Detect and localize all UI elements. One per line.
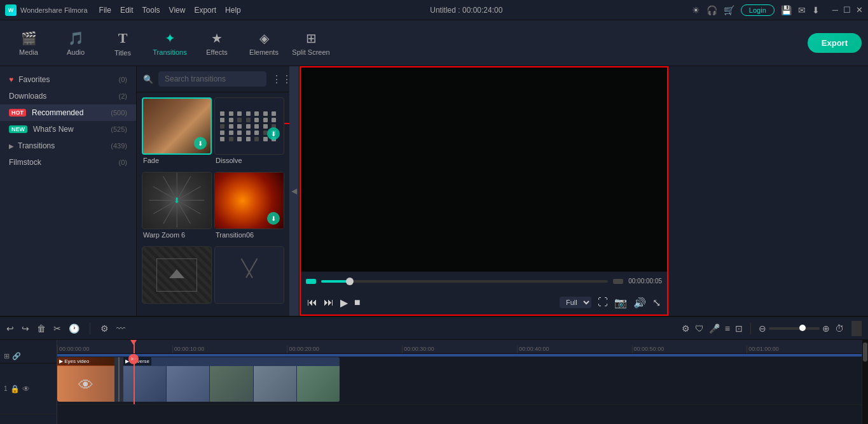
transition-blank1[interactable] xyxy=(142,246,212,311)
menu-file[interactable]: File xyxy=(99,6,111,15)
volume-icon[interactable]: 🔊 xyxy=(633,297,646,309)
tool-media[interactable]: 🎬 Media xyxy=(6,23,51,64)
clip-eyes-video: ▶ Eyes video 👁 xyxy=(57,357,114,402)
redo-button[interactable]: ↪ xyxy=(22,323,29,334)
close-button[interactable]: ✕ xyxy=(856,5,863,15)
in-point-marker[interactable] xyxy=(306,279,316,284)
fullscreen-icon[interactable]: ⛶ xyxy=(598,297,608,308)
sidebar-item-downloads[interactable]: Downloads (2) xyxy=(0,88,136,104)
zoom-out-button[interactable]: ⊖ xyxy=(759,323,766,334)
sidebar-whatsnew-label: What's New xyxy=(33,125,74,134)
zoom-slider[interactable] xyxy=(769,327,820,330)
go-start-button[interactable]: ⏮ xyxy=(307,297,317,308)
transition-dissolve[interactable]: ⬇ Dissolve xyxy=(214,97,284,169)
playhead[interactable]: ✂ xyxy=(134,340,135,353)
search-input[interactable] xyxy=(158,71,266,87)
minimize-button[interactable]: ─ xyxy=(832,5,838,15)
sidebar-downloads-label: Downloads xyxy=(9,92,46,101)
sun-icon[interactable]: ☀ xyxy=(692,5,700,15)
add-track-icon[interactable]: ⊞ xyxy=(4,352,10,360)
link-icon[interactable]: 🔗 xyxy=(12,352,21,360)
play-button[interactable]: ▶ xyxy=(340,297,348,309)
mail-icon[interactable]: ✉ xyxy=(798,5,806,15)
sticker-button[interactable]: ⊡ xyxy=(735,323,743,334)
timeline-toolbar: ↩ ↪ 🗑 ✂ 🕐 ⚙ 〰 ⚙ 🛡 🎤 ≡ ⊡ ⊖ ⊕ ⏱ xyxy=(0,317,868,340)
progress-bar[interactable] xyxy=(321,280,608,283)
quality-select[interactable]: Full 1/2 1/4 xyxy=(560,297,591,308)
tool-transitions[interactable]: ✦ Transitions xyxy=(148,23,192,64)
transition-warpzoom6[interactable]: ⬇ Warp Zoom 6 xyxy=(142,172,212,244)
fit-button[interactable]: ⏱ xyxy=(835,323,844,334)
sidebar-filmstock-label: Filmstock xyxy=(9,158,41,167)
mask-button[interactable]: 🛡 xyxy=(695,323,704,334)
video-clip[interactable]: ▶ Eyes video 👁 ▶ Reverse xyxy=(57,357,343,402)
grid-view-icon[interactable]: ⋮⋮ xyxy=(272,73,289,85)
maximize-button[interactable]: ☐ xyxy=(843,5,851,15)
prev-frame-button[interactable]: ⏭ xyxy=(324,297,334,308)
tool-audio[interactable]: 🎵 Audio xyxy=(53,23,98,64)
sidebar-list: ♥ Favorites (0) Downloads (2) HOT Recomm… xyxy=(0,66,136,176)
undo-button[interactable]: ↩ xyxy=(6,323,14,334)
text-button[interactable]: ≡ xyxy=(725,323,730,334)
menu-tools[interactable]: Tools xyxy=(142,6,160,15)
fade-download-icon: ⬇ xyxy=(194,137,207,150)
resize-icon[interactable]: ⤡ xyxy=(652,297,661,309)
preview-progress-bar: 00:00:00:05 xyxy=(301,271,667,290)
scrollbar-thumb[interactable] xyxy=(863,343,867,362)
menu-export[interactable]: Export xyxy=(194,6,216,15)
track-lock-icon[interactable]: 🔒 xyxy=(10,385,20,393)
cart-icon[interactable]: 🛒 xyxy=(724,5,734,15)
tool-effects[interactable]: ★ Effects xyxy=(195,23,239,64)
transitions-grid: ⬇ Fade ⬇ xyxy=(137,92,289,316)
tool-elements[interactable]: ◈ Elements xyxy=(242,23,286,64)
audio-adjust-button[interactable]: ⚙ xyxy=(100,323,109,334)
preview-video xyxy=(301,67,667,271)
tool-transitions-label: Transitions xyxy=(153,48,186,56)
sidebar-item-recommended[interactable]: HOT Recommended (500) xyxy=(0,104,136,121)
menu-view[interactable]: View xyxy=(169,6,186,15)
waveform-button[interactable]: 〰 xyxy=(116,323,125,334)
headphone-icon[interactable]: 🎧 xyxy=(706,5,717,15)
transitions-icon: ✦ xyxy=(165,31,176,46)
transition-blank2[interactable] xyxy=(214,246,284,311)
sidebar-item-filmstock[interactable]: Filmstock (0) xyxy=(0,154,136,171)
playback-controls: ⏮ ⏭ ▶ ■ Full 1/2 1/4 ⛶ 📷 🔊 ⤡ xyxy=(301,290,667,314)
preview-panel: 00:00:00:05 ⏮ ⏭ ▶ ■ Full 1/2 1/4 ⛶ 📷 🔊 ⤡ xyxy=(300,66,668,316)
mic-button[interactable]: 🎤 xyxy=(709,323,720,334)
track-visibility-icon[interactable]: 👁 xyxy=(22,385,30,393)
delete-button[interactable]: 🗑 xyxy=(37,323,46,334)
scene-button[interactable]: ⚙ xyxy=(682,323,690,334)
playhead-track-line xyxy=(134,354,135,404)
transition-transition06[interactable]: ⬇ Transition06 xyxy=(214,172,284,244)
tool-splitscreen[interactable]: ⊞ Split Screen xyxy=(289,23,333,64)
transition-fade[interactable]: ⬇ Fade xyxy=(142,97,212,169)
screenshot-icon[interactable]: 📷 xyxy=(614,297,627,309)
ruler-mark-6: 00:01:00:00 xyxy=(747,346,862,353)
ruler-mark-3: 00:00:30:00 xyxy=(402,346,517,353)
stop-button[interactable]: ■ xyxy=(354,297,361,308)
titles-icon: T xyxy=(118,30,128,46)
tool-titles[interactable]: T Titles xyxy=(100,23,145,64)
out-point-marker[interactable] xyxy=(613,279,623,284)
login-button[interactable]: Login xyxy=(741,4,775,16)
cut-button[interactable]: ✂ xyxy=(53,323,61,334)
blank2-thumbnail xyxy=(214,246,284,304)
menu-help[interactable]: Help xyxy=(225,6,241,15)
sidebar-item-favorites[interactable]: ♥ Favorites (0) xyxy=(0,71,136,88)
export-button[interactable]: Export xyxy=(808,33,862,53)
dissolve-label: Dissolve xyxy=(214,155,284,166)
zoom-in-button[interactable]: ⊕ xyxy=(822,323,830,334)
sidebar-item-transitions[interactable]: ▶ Transitions (439) xyxy=(0,138,136,154)
sidebar-item-whatsnew[interactable]: NEW What's New (525) xyxy=(0,121,136,138)
clip-frame-2 xyxy=(167,366,210,402)
download-icon[interactable]: ⬇ xyxy=(812,5,820,15)
fade-label: Fade xyxy=(142,155,212,166)
save-icon[interactable]: 💾 xyxy=(781,5,792,15)
blank1-thumbnail xyxy=(142,246,212,304)
timeline-scrollbar[interactable] xyxy=(862,340,868,424)
history-button[interactable]: 🕐 xyxy=(69,323,79,334)
search-bar: 🔍 ⋮⋮ xyxy=(137,66,289,92)
panel-collapse-arrow[interactable]: ◀ xyxy=(289,66,300,316)
playback-right: Full 1/2 1/4 ⛶ 📷 🔊 ⤡ xyxy=(560,297,661,309)
menu-edit[interactable]: Edit xyxy=(120,6,134,15)
